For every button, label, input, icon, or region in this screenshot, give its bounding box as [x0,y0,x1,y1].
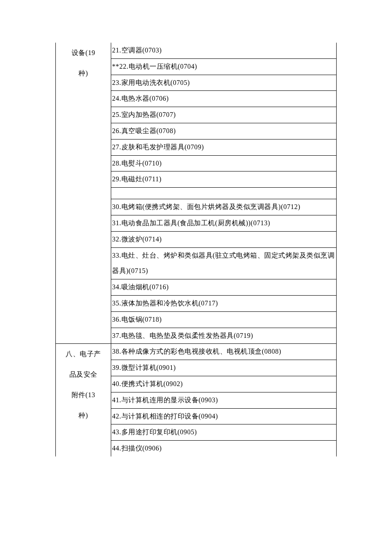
item-cell: 34.吸油烟机(0716) [111,279,337,296]
document-page: 设备(19种)21.空调器(0703)**22.电动机一压缩机(0704)23.… [0,0,392,508]
item-cell: 39.微型计算机(0901) [111,360,337,376]
item-cell: 40.便携式计算机(0902) [111,376,337,392]
category-label: 八、电子产品及安全附件(13种) [57,344,110,426]
item-cell: 33.电灶、灶台、烤炉和类似器具(驻立式电烤箱、固定式烤架及类似烹调器具)(07… [111,247,337,279]
category-cell: 八、电子产品及安全附件(13种) [56,344,111,456]
item-cell: 32.微波炉(0714) [111,231,337,247]
item-cell: 37.电热毯、电热垫及类似柔性发热器具(0719) [111,328,337,344]
item-cell: 41.与计算机连用的显示设备(0903) [111,392,337,408]
item-cell: 29.电磁灶(0711) [111,171,337,188]
item-cell: 26.真空吸尘器(0708) [111,123,337,139]
item-cell: 31.电动食品加工器具(食品加工机(厨房机械))(0713) [111,215,337,231]
item-cell: 43.多用途打印复印机(0905) [111,424,337,441]
item-cell: 23.家用电动洗衣机(0705) [111,75,337,91]
item-cell: 44.扫描仪(0906) [111,441,337,456]
category-label: 设备(19种) [57,43,110,84]
item-cell: 36.电饭锅(0718) [111,311,337,328]
item-cell: 35.液体加热器和冷热饮水机(0717) [111,295,337,311]
spacer-cell [111,188,337,199]
item-cell: 27.皮肤和毛发护理器具(0709) [111,139,337,155]
item-cell: 24.电热水器(0706) [111,91,337,107]
category-cell: 设备(19种) [56,43,111,344]
item-cell: **22.电动机一压缩机(0704) [111,58,337,75]
item-cell: 21.空调器(0703) [111,43,337,58]
item-cell: 30.电烤箱(便携式烤架、面包片烘烤器及类似烹调器具)(0712) [111,199,337,215]
item-cell: 42.与计算机相连的打印设备(0904) [111,408,337,424]
item-cell: 38.各种成像方式的彩色电视接收机、电视机顶盒(0808) [111,344,337,360]
catalog-table: 设备(19种)21.空调器(0703)**22.电动机一压缩机(0704)23.… [55,43,337,456]
item-cell: 25.室内加热器(0707) [111,107,337,123]
item-cell: 28.电熨斗(0710) [111,155,337,171]
